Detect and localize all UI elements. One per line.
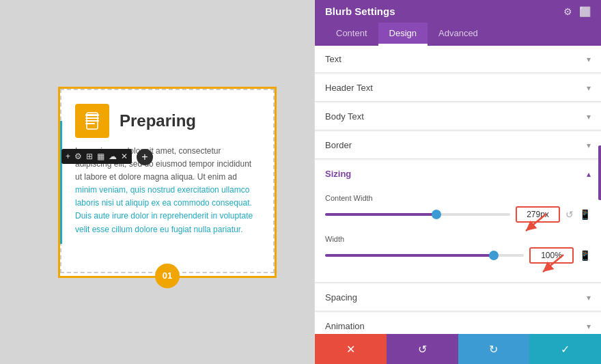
tab-design[interactable]: Design	[378, 23, 428, 46]
width-device-icon[interactable]: 📱	[579, 250, 591, 261]
settings-icon[interactable]: ⚙	[563, 6, 572, 17]
section-text-label: Text	[325, 54, 341, 64]
content-width-slider-fill	[325, 213, 436, 216]
section-sizing-header[interactable]: Sizing ▴	[315, 160, 601, 187]
svg-rect-1	[85, 117, 99, 119]
module-icon	[75, 104, 109, 138]
section-header-text-label: Header Text	[325, 83, 373, 93]
header-text-chevron-icon: ▾	[587, 83, 591, 93]
text-chevron-icon: ▾	[587, 55, 591, 64]
section-border: Border ▾	[315, 132, 601, 159]
module-inner: Preparing Lorem ipsum dolor sit amet, co…	[60, 89, 275, 273]
section-spacing-label: Spacing	[325, 292, 357, 303]
toolbar-settings[interactable]: ⚙	[74, 152, 82, 161]
toolbar-power[interactable]: ☁	[109, 152, 117, 161]
section-animation-header[interactable]: Animation ▾	[315, 313, 601, 334]
scrollbar-indicator	[598, 145, 601, 200]
module-toolbar[interactable]: + ⚙ ⊞ ▦ ☁ ✕	[61, 149, 132, 164]
cancel-button[interactable]: ✕	[315, 334, 387, 364]
section-animation: Animation ▾	[315, 313, 601, 334]
section-body-text-header[interactable]: Body Text ▾	[315, 103, 601, 130]
content-width-device-icon[interactable]: 📱	[579, 209, 591, 220]
module-container: Preparing Lorem ipsum dolor sit amet, co…	[58, 87, 277, 278]
body-text-highlight: minim veniam, quis nostrud exercitation …	[75, 185, 253, 234]
width-slider-fill	[325, 254, 494, 257]
sizing-body: Content Width ↺ 📱	[315, 187, 601, 282]
settings-content: Text ▾ Header Text ▾ Body Text ▾ Border …	[315, 46, 601, 334]
section-spacing: Spacing ▾	[315, 284, 601, 311]
content-width-arrow	[519, 210, 553, 238]
panel-header: Blurb Settings ⚙ ⬜	[315, 0, 601, 23]
panel-header-icons: ⚙ ⬜	[563, 6, 591, 17]
content-width-label: Content Width	[325, 194, 591, 202]
add-element-button[interactable]: +	[137, 149, 153, 165]
width-slider-track[interactable]	[325, 254, 524, 257]
width-slider-thumb[interactable]	[489, 251, 499, 260]
toolbar-close[interactable]: ✕	[121, 152, 128, 161]
border-chevron-icon: ▾	[587, 141, 591, 150]
save-button[interactable]: ✓	[529, 334, 601, 364]
section-border-label: Border	[325, 140, 352, 150]
animation-chevron-icon: ▾	[587, 322, 591, 331]
refresh-button[interactable]: ↻	[458, 334, 530, 364]
toolbar-add[interactable]: +	[66, 152, 70, 161]
content-width-slider-thumb[interactable]	[432, 210, 441, 219]
section-text-header[interactable]: Text ▾	[315, 46, 601, 72]
tabs-bar: Content Design Advanced	[315, 23, 601, 46]
tab-content[interactable]: Content	[325, 23, 378, 46]
bottom-action-bar: ✕ ↺ ↻ ✓	[315, 334, 601, 364]
content-width-reset-icon[interactable]: ↺	[565, 209, 574, 220]
section-header-text-header[interactable]: Header Text ▾	[315, 74, 601, 101]
section-sizing: Sizing ▴ Content Width ↺ 📱	[315, 160, 601, 283]
module-header: Preparing	[75, 104, 260, 138]
content-width-slider-track[interactable]	[325, 213, 510, 216]
panel-title: Blurb Settings	[325, 5, 395, 17]
svg-rect-0	[85, 114, 99, 116]
section-sizing-label: Sizing	[325, 169, 351, 179]
toolbar-grid[interactable]: ▦	[97, 152, 104, 161]
section-spacing-header[interactable]: Spacing ▾	[315, 284, 601, 311]
section-body-text-label: Body Text	[325, 111, 364, 122]
body-text-chevron-icon: ▾	[587, 112, 591, 122]
tab-advanced[interactable]: Advanced	[428, 23, 489, 46]
section-header-text: Header Text ▾	[315, 74, 601, 102]
sizing-chevron-icon: ▴	[587, 169, 591, 179]
settings-panel: Blurb Settings ⚙ ⬜ Content Design Advanc…	[314, 0, 601, 364]
selection-indicator	[60, 121, 62, 244]
section-border-header[interactable]: Border ▾	[315, 132, 601, 158]
canvas-area: Preparing Lorem ipsum dolor sit amet, co…	[0, 0, 314, 364]
svg-rect-2	[85, 120, 99, 122]
section-animation-label: Animation	[325, 321, 365, 331]
module-number: 01	[155, 264, 180, 288]
toolbar-columns[interactable]: ⊞	[86, 152, 93, 161]
width-arrow	[536, 251, 570, 279]
reset-button[interactable]: ↺	[387, 334, 458, 364]
spacing-chevron-icon: ▾	[587, 293, 591, 303]
expand-icon[interactable]: ⬜	[579, 6, 591, 17]
section-body-text: Body Text ▾	[315, 103, 601, 130]
section-text: Text ▾	[315, 46, 601, 73]
module-title: Preparing	[120, 111, 196, 130]
